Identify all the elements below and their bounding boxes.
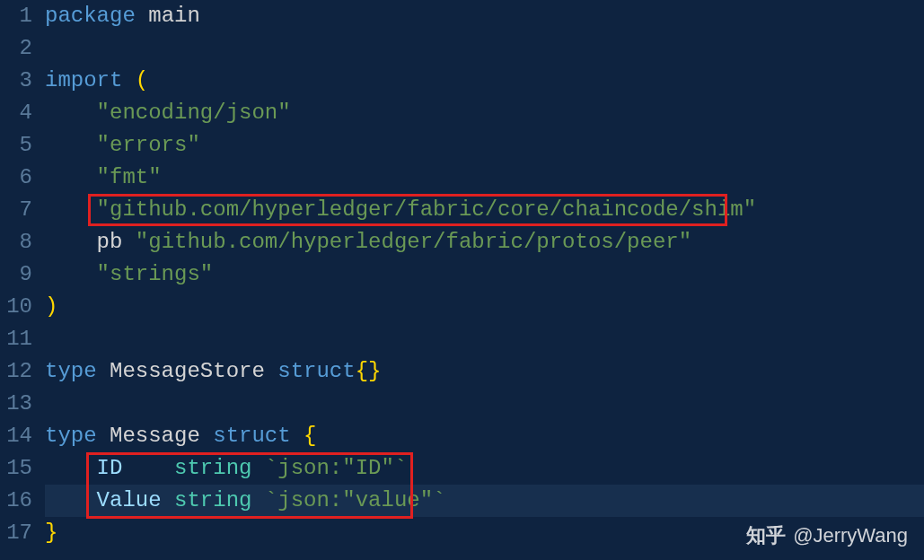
line-number: 17	[0, 517, 32, 549]
code-line[interactable]	[45, 323, 924, 355]
close-brace: }	[45, 521, 57, 545]
line-number: 7	[0, 194, 32, 226]
line-number: 10	[0, 291, 32, 323]
line-number: 16	[0, 485, 32, 517]
open-brace: {	[291, 424, 317, 448]
close-paren: )	[45, 294, 57, 319]
import-path: "fmt"	[97, 165, 162, 189]
code-line[interactable]: package main	[45, 0, 924, 32]
keyword-type: type	[45, 424, 97, 448]
import-path: "github.com/hyperledger/fabric/protos/pe…	[136, 230, 691, 254]
keyword-struct: struct	[277, 359, 355, 383]
code-line-current[interactable]: Value string `json:"value"`	[45, 485, 924, 517]
code-line[interactable]: "github.com/hyperledger/fabric/core/chai…	[45, 194, 924, 226]
type-name: Message	[97, 424, 214, 448]
code-line[interactable]	[45, 32, 924, 65]
watermark-author: @JerryWang	[793, 524, 908, 547]
field-type: string	[174, 488, 251, 512]
keyword-package: package	[45, 4, 136, 28]
code-area[interactable]: package main import ( "encoding/json" "e…	[45, 0, 924, 560]
field-name: Value	[97, 488, 174, 512]
field-name: ID	[97, 456, 174, 480]
code-line[interactable]	[45, 388, 924, 420]
line-number: 8	[0, 226, 32, 258]
import-path: "errors"	[97, 133, 200, 157]
line-number: 13	[0, 388, 32, 420]
code-line[interactable]: "strings"	[45, 258, 924, 291]
keyword-import: import	[45, 68, 122, 92]
line-number: 2	[0, 32, 32, 65]
code-line[interactable]: pb "github.com/hyperledger/fabric/protos…	[45, 226, 924, 258]
zhihu-icon: 知乎	[746, 522, 786, 549]
line-number: 9	[0, 258, 32, 291]
code-line[interactable]: import (	[45, 65, 924, 97]
code-editor[interactable]: 1 2 3 4 5 6 7 8 9 10 11 12 13 14 15 16 1…	[0, 0, 924, 560]
line-number: 14	[0, 420, 32, 452]
line-number: 4	[0, 97, 32, 129]
line-number: 1	[0, 0, 32, 32]
line-number: 5	[0, 129, 32, 162]
line-number: 15	[0, 452, 32, 485]
line-number: 11	[0, 323, 32, 355]
code-line[interactable]: )	[45, 291, 924, 323]
type-name: MessageStore	[97, 359, 278, 383]
line-number: 12	[0, 355, 32, 388]
field-type: string	[174, 456, 251, 480]
package-name: main	[136, 4, 200, 28]
import-alias: pb	[97, 230, 136, 254]
import-path-shim: "github.com/hyperledger/fabric/core/chai…	[97, 197, 757, 222]
line-number: 6	[0, 162, 32, 194]
import-path: "strings"	[97, 262, 214, 286]
watermark: 知乎 @JerryWang	[746, 522, 908, 549]
line-number-gutter: 1 2 3 4 5 6 7 8 9 10 11 12 13 14 15 16 1…	[0, 0, 45, 560]
open-paren: (	[122, 68, 148, 92]
line-number: 3	[0, 65, 32, 97]
code-line[interactable]: "encoding/json"	[45, 97, 924, 129]
struct-tag: `json:"ID"`	[251, 456, 407, 480]
code-line[interactable]: type MessageStore struct{}	[45, 355, 924, 388]
struct-tag: `json:"value"`	[251, 488, 445, 512]
code-line[interactable]: "fmt"	[45, 162, 924, 194]
code-line[interactable]: "errors"	[45, 129, 924, 162]
import-path: "encoding/json"	[97, 101, 291, 125]
empty-braces: {}	[356, 359, 382, 383]
keyword-type: type	[45, 359, 97, 383]
code-line[interactable]: ID string `json:"ID"`	[45, 452, 924, 485]
keyword-struct: struct	[213, 424, 290, 448]
code-line[interactable]: type Message struct {	[45, 420, 924, 452]
